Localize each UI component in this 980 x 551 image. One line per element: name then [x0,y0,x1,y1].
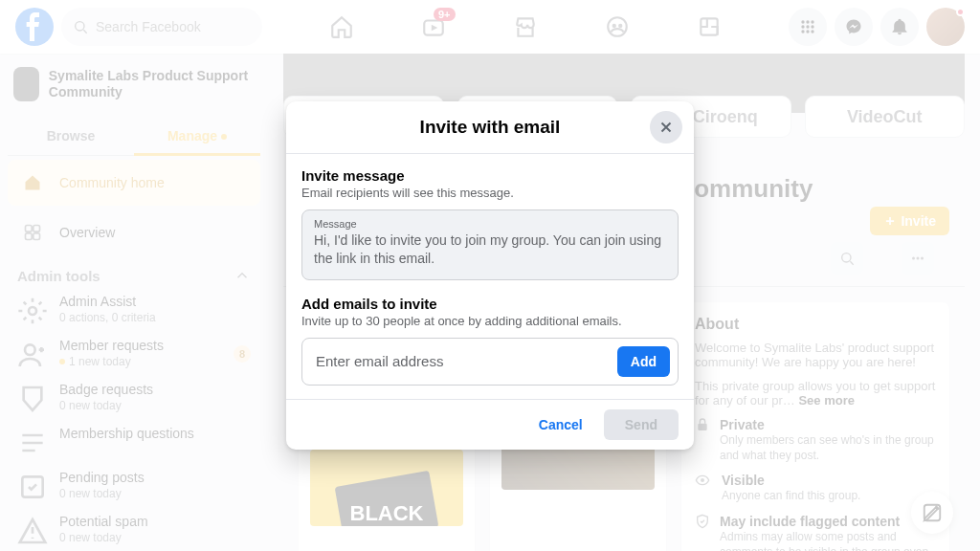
email-input[interactable] [310,347,610,375]
close-button[interactable] [650,111,682,143]
invite-message-sub: Email recipients will see this message. [301,186,679,200]
send-button[interactable]: Send [604,409,679,440]
invite-message-heading: Invite message [301,167,679,184]
add-emails-sub: Invite up to 30 people at once by adding… [301,314,679,328]
message-label: Message [314,218,666,230]
add-email-button[interactable]: Add [617,346,670,377]
add-emails-heading: Add emails to invite [301,296,679,312]
email-input-row: Add [301,338,679,386]
modal-overlay: Invite with email Invite message Email r… [0,0,980,551]
invite-email-modal: Invite with email Invite message Email r… [286,101,694,450]
modal-title: Invite with email [301,117,679,138]
message-text: Hi, I'd like to invite you to join my gr… [314,231,666,268]
close-icon [657,119,675,136]
cancel-button[interactable]: Cancel [525,409,596,440]
post-image-text: BLACK [350,501,424,526]
invite-message-field[interactable]: Message Hi, I'd like to invite you to jo… [301,209,679,280]
